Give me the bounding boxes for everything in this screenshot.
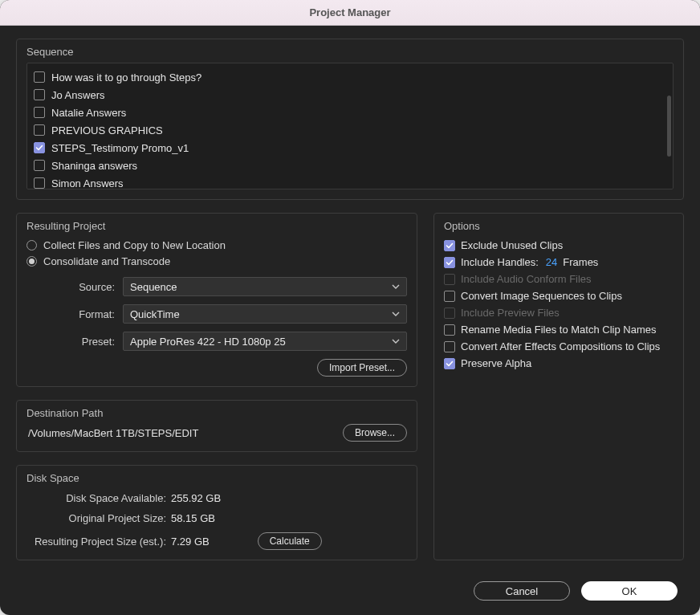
option-checkbox (444, 308, 455, 319)
option-label: Exclude Unused Clips (461, 239, 563, 251)
project-manager-window: Project Manager Sequence How was it to g… (0, 0, 700, 615)
radio-button[interactable] (26, 256, 37, 267)
radio-label: Consolidate and Transcode (43, 255, 170, 267)
chevron-down-icon (392, 310, 400, 318)
option-include-preview-files: Include Preview Files (444, 304, 674, 321)
original-size-value: 58.15 GB (171, 512, 215, 524)
format-label: Format: (26, 308, 115, 320)
dialog-footer: Cancel OK (474, 581, 678, 601)
resulting-project-title: Resulting Project (26, 220, 407, 232)
option-checkbox[interactable] (444, 291, 455, 302)
option-label: Include Handles: (461, 256, 539, 268)
source-value: Sequence (130, 281, 177, 293)
title-bar: Project Manager (0, 0, 700, 26)
sequence-row[interactable]: How was it to go through Steps? (34, 68, 666, 86)
sequence-label: Jo Answers (51, 89, 104, 101)
preset-value: Apple ProRes 422 - HD 1080p 25 (130, 336, 286, 348)
option-convert-image-sequences[interactable]: Convert Image Sequences to Clips (444, 287, 674, 304)
disk-available-label: Disk Space Available: (26, 492, 171, 504)
browse-button[interactable]: Browse... (343, 424, 407, 442)
sequence-row[interactable]: STEPS_Testimony Promo_v1 (34, 139, 666, 157)
sequence-checkbox[interactable] (34, 124, 45, 136)
sequence-checkbox[interactable] (34, 142, 45, 153)
option-label: Include Audio Conform Files (461, 273, 592, 285)
chevron-down-icon (392, 337, 400, 345)
option-include-handles[interactable]: Include Handles: 24 Frames (444, 254, 674, 271)
option-label: Convert After Effects Compositions to Cl… (461, 340, 660, 352)
sequence-label: Shaninga answers (51, 160, 137, 172)
sequence-checkbox[interactable] (34, 160, 45, 171)
option-checkbox (444, 274, 455, 285)
option-label: Preserve Alpha (461, 357, 531, 369)
option-checkbox[interactable] (444, 324, 455, 336)
resulting-project-panel: Resulting Project Collect Files and Copy… (16, 213, 417, 387)
sequence-label: PREVIOUS GRAPHICS (51, 124, 163, 136)
scrollbar-thumb[interactable] (667, 96, 671, 157)
cancel-button[interactable]: Cancel (474, 581, 570, 601)
calculate-button[interactable]: Calculate (258, 532, 322, 550)
sequence-checkbox[interactable] (34, 177, 45, 189)
option-preserve-alpha[interactable]: Preserve Alpha (444, 355, 674, 372)
resulting-size-value: 7.29 GB (171, 536, 210, 548)
radio-consolidate[interactable]: Consolidate and Transcode (26, 253, 407, 269)
option-checkbox[interactable] (444, 341, 455, 352)
ok-button[interactable]: OK (581, 581, 678, 601)
options-title: Options (444, 220, 674, 232)
sequence-row[interactable]: Simon Answers (34, 174, 666, 189)
format-value: QuickTime (130, 308, 180, 320)
radio-button[interactable] (26, 240, 37, 250)
sequence-row[interactable]: Jo Answers (34, 86, 666, 104)
sequence-checkbox[interactable] (34, 107, 45, 118)
sequence-checkbox[interactable] (34, 89, 45, 100)
preset-label: Preset: (26, 336, 115, 348)
disk-space-title: Disk Space (26, 472, 407, 484)
option-include-audio-conform: Include Audio Conform Files (444, 271, 674, 287)
option-convert-ae[interactable]: Convert After Effects Compositions to Cl… (444, 338, 674, 355)
option-checkbox[interactable] (444, 257, 455, 268)
sequence-title: Sequence (26, 46, 674, 58)
destination-path-value: /Volumes/MacBert 1TB/STEPS/EDIT (26, 427, 198, 439)
option-exclude-unused[interactable]: Exclude Unused Clips (444, 237, 674, 254)
option-label: Include Preview Files (461, 307, 560, 319)
destination-path-title: Destination Path (26, 407, 407, 419)
disk-available-value: 255.92 GB (171, 492, 221, 504)
sequence-panel: Sequence How was it to go through Steps?… (16, 39, 684, 200)
sequence-label: STEPS_Testimony Promo_v1 (51, 142, 189, 154)
import-preset-button[interactable]: Import Preset... (317, 359, 407, 377)
format-select[interactable]: QuickTime (123, 304, 407, 324)
chevron-down-icon (392, 283, 400, 291)
radio-collect[interactable]: Collect Files and Copy to New Location (26, 237, 407, 253)
sequence-checkbox[interactable] (34, 71, 45, 83)
option-label: Rename Media Files to Match Clip Names (461, 324, 656, 336)
window-title: Project Manager (309, 6, 390, 18)
disk-space-panel: Disk Space Disk Space Available: 255.92 … (16, 465, 417, 560)
source-select[interactable]: Sequence (123, 277, 407, 296)
option-checkbox[interactable] (444, 358, 455, 369)
radio-label: Collect Files and Copy to New Location (43, 239, 226, 251)
option-label: Convert Image Sequences to Clips (461, 290, 622, 302)
sequence-row[interactable]: Shaninga answers (34, 157, 666, 174)
resulting-size-label: Resulting Project Size (est.): (26, 536, 171, 548)
sequence-label: Natalie Answers (51, 107, 126, 119)
original-size-label: Original Project Size: (26, 512, 171, 524)
source-label: Source: (26, 281, 115, 293)
sequence-row[interactable]: PREVIOUS GRAPHICS (34, 121, 666, 139)
handles-count[interactable]: 24 (546, 256, 557, 268)
destination-path-panel: Destination Path /Volumes/MacBert 1TB/ST… (16, 400, 417, 452)
preset-select[interactable]: Apple ProRes 422 - HD 1080p 25 (123, 332, 407, 351)
sequence-label: Simon Answers (51, 177, 124, 189)
option-checkbox[interactable] (444, 240, 455, 251)
sequence-list[interactable]: How was it to go through Steps? Jo Answe… (26, 63, 674, 189)
handles-unit: Frames (563, 256, 598, 268)
sequence-label: How was it to go through Steps? (51, 71, 201, 83)
option-rename-media[interactable]: Rename Media Files to Match Clip Names (444, 321, 674, 338)
options-panel: Options Exclude Unused Clips Include Han… (433, 213, 684, 560)
sequence-row[interactable]: Natalie Answers (34, 104, 666, 121)
